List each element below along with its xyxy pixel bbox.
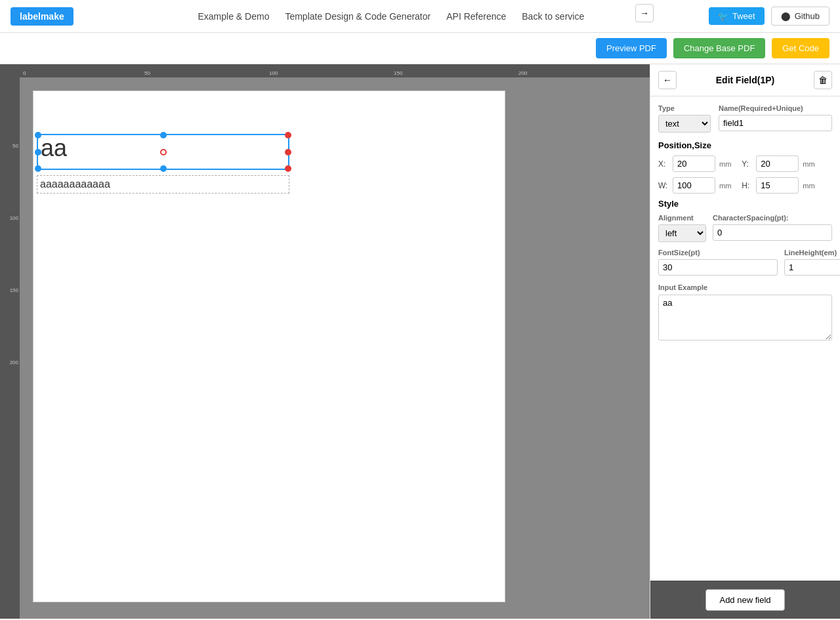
y-unit: mm — [803, 160, 814, 168]
ruler-v-tick-100: 100 — [10, 215, 18, 221]
handle-top-center[interactable] — [160, 132, 167, 138]
type-label: Type — [658, 104, 711, 112]
get-code-button[interactable]: Get Code — [772, 38, 830, 58]
line-height-input[interactable] — [784, 259, 840, 276]
style-section-title: Style — [658, 199, 832, 209]
ruler-h-tick-50: 50 — [144, 70, 150, 76]
github-button[interactable]: ⬤ Github — [771, 7, 830, 26]
sample-text: aaaaaaaaaaaa — [37, 175, 289, 194]
alignment-group: Alignment left center right — [658, 214, 706, 242]
header-right: 🐦 Tweet ⬤ Github — [709, 7, 830, 26]
ruler-v-tick-50: 50 — [12, 143, 18, 149]
ruler-v-tick-200: 200 — [10, 360, 18, 365]
handle-top-left[interactable] — [35, 132, 41, 138]
handle-top-right[interactable] — [285, 132, 291, 138]
input-example-label: Input Example — [658, 283, 707, 291]
back-button[interactable]: ← — [658, 71, 677, 89]
ruler-h-tick-100: 100 — [269, 70, 278, 76]
nav-back[interactable]: Back to service — [522, 11, 584, 22]
w-unit: mm — [719, 182, 731, 190]
line-height-group: LineHeight(em) — [784, 249, 840, 276]
h-input[interactable] — [756, 177, 799, 194]
handle-center[interactable] — [160, 149, 167, 155]
name-input[interactable] — [719, 115, 832, 131]
input-example-textarea[interactable]: aa — [658, 295, 832, 341]
x-label: X: — [658, 159, 669, 169]
panel-toggle-button[interactable]: → — [635, 4, 654, 22]
preview-pdf-button[interactable]: Preview PDF — [596, 38, 667, 58]
navigation: Example & Demo Template Design & Code Ge… — [87, 11, 696, 22]
handle-mid-left[interactable] — [35, 149, 41, 155]
y-label: Y: — [742, 159, 752, 169]
field-box[interactable]: aa — [37, 134, 289, 170]
font-size-input[interactable] — [658, 259, 778, 276]
position-section-title: Position,Size — [658, 140, 832, 150]
h-label: H: — [742, 181, 752, 190]
ruler-vertical: 50 100 150 200 — [0, 64, 20, 619]
panel-body: Type text image qrcode barcode Name(Requ… — [650, 96, 840, 581]
nav-example[interactable]: Example & Demo — [198, 11, 269, 22]
font-size-label: FontSize(pt) — [658, 249, 778, 257]
add-field-button[interactable]: Add new field — [705, 589, 784, 611]
type-select[interactable]: text image qrcode barcode — [658, 115, 711, 133]
header: labelmake Example & Demo Template Design… — [0, 0, 840, 33]
name-label: Name(Required+Unique) — [719, 104, 832, 112]
handle-mid-right[interactable] — [285, 149, 291, 155]
panel-title: Edit Field(1P) — [682, 75, 808, 85]
char-spacing-group: CharacterSpacing(pt): — [713, 214, 832, 242]
fontsize-lineheight-row: FontSize(pt) LineHeight(em) — [658, 249, 832, 276]
canvas-area: 50 100 150 200 0 50 100 150 200 — [0, 64, 650, 619]
input-example-section: Input Example aa — [658, 282, 832, 342]
panel-header: ← Edit Field(1P) 🗑 — [650, 64, 840, 96]
ruler-h-tick-0: 0 — [23, 70, 26, 76]
type-name-row: Type text image qrcode barcode Name(Requ… — [658, 104, 832, 133]
alignment-charspacing-row: Alignment left center right CharacterSpa… — [658, 214, 832, 242]
main-content: 50 100 150 200 0 50 100 150 200 — [0, 64, 840, 619]
ruler-horizontal: 0 50 100 150 200 — [20, 64, 650, 77]
type-group: Type text image qrcode barcode — [658, 104, 711, 133]
logo-button[interactable]: labelmake — [10, 7, 74, 26]
ruler-h-tick-150: 150 — [394, 70, 402, 76]
alignment-label: Alignment — [658, 214, 706, 222]
y-input[interactable] — [756, 155, 799, 172]
ruler-h-tick-200: 200 — [518, 70, 527, 76]
tweet-button[interactable]: 🐦 Tweet — [709, 7, 765, 25]
handle-bot-left[interactable] — [35, 165, 41, 172]
handle-bot-center[interactable] — [160, 165, 167, 172]
x-unit: mm — [719, 160, 731, 168]
toolbar: Preview PDF Change Base PDF Get Code — [0, 33, 840, 64]
nav-template[interactable]: Template Design & Code Generator — [285, 11, 430, 22]
w-label: W: — [658, 181, 669, 190]
change-base-button[interactable]: Change Base PDF — [673, 38, 765, 58]
w-input[interactable] — [673, 177, 715, 194]
right-panel: ← Edit Field(1P) 🗑 Type text image qrcod… — [650, 64, 840, 619]
canvas-scroll[interactable]: aa aaaaaaaaaaaa — [20, 77, 650, 619]
ruler-v-tick-150: 150 — [10, 287, 18, 293]
canvas-content: aa aaaaaaaaaaaa — [20, 77, 650, 615]
github-icon: ⬤ — [781, 11, 791, 21]
white-page: aa aaaaaaaaaaaa — [33, 91, 505, 602]
wh-row: W: mm H: mm — [658, 177, 832, 194]
char-spacing-input[interactable] — [713, 224, 832, 241]
font-size-group: FontSize(pt) — [658, 249, 778, 276]
x-input[interactable] — [673, 155, 715, 172]
char-spacing-label: CharacterSpacing(pt): — [713, 214, 832, 222]
panel-footer: Add new field — [650, 581, 840, 619]
canvas-wrapper: 0 50 100 150 200 — [20, 64, 650, 619]
handle-bot-right[interactable] — [285, 165, 291, 172]
h-unit: mm — [803, 182, 814, 190]
twitter-icon: 🐦 — [718, 11, 728, 21]
nav-api[interactable]: API Reference — [446, 11, 506, 22]
delete-button[interactable]: 🗑 — [814, 71, 832, 89]
name-group: Name(Required+Unique) — [719, 104, 832, 131]
xy-row: X: mm Y: mm — [658, 155, 832, 172]
alignment-select[interactable]: left center right — [658, 224, 706, 242]
line-height-label: LineHeight(em) — [784, 249, 840, 257]
